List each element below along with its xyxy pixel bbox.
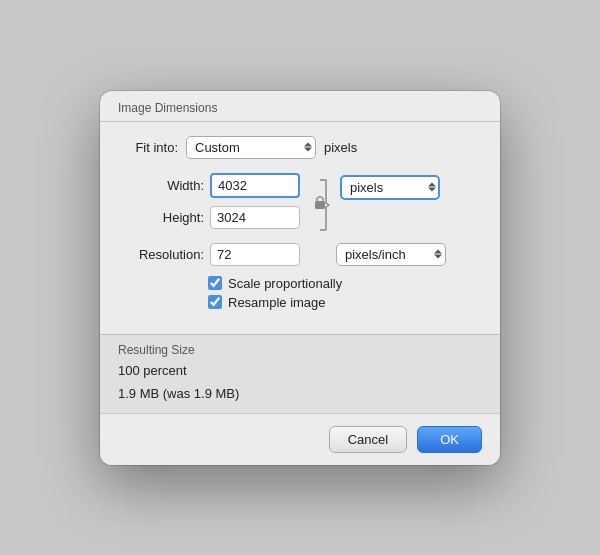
fit-into-label: Fit into: — [118, 140, 178, 155]
fit-into-select-wrapper: Custom 800x600 1024x768 1280x960 1600x12… — [186, 136, 316, 159]
top-section: Fit into: Custom 800x600 1024x768 1280x9… — [100, 122, 500, 334]
image-dimensions-dialog: Image Dimensions Fit into: Custom 800x60… — [100, 91, 500, 465]
checkboxes-area: Scale proportionally Resample image — [118, 276, 482, 324]
unit-select[interactable]: pixels inches cm mm percent — [340, 175, 440, 200]
resample-image-checkbox[interactable] — [208, 295, 222, 309]
ok-button[interactable]: OK — [417, 426, 482, 453]
resolution-label: Resolution: — [136, 247, 204, 262]
resulting-size-section: Resulting Size 100 percent 1.9 MB (was 1… — [100, 334, 500, 413]
wh-fields: Width: Height: — [136, 173, 300, 229]
link-bracket-svg — [310, 175, 330, 235]
result-size: 1.9 MB (was 1.9 MB) — [118, 386, 482, 401]
resolution-row: Resolution: pixels/inch pixels/cm — [118, 243, 482, 266]
resample-image-row: Resample image — [208, 295, 464, 310]
scale-proportionally-row: Scale proportionally — [208, 276, 464, 291]
resulting-size-header: Resulting Size — [118, 343, 482, 357]
svg-rect-0 — [315, 201, 325, 209]
dialog-title: Image Dimensions — [118, 101, 217, 115]
fit-into-unit-label: pixels — [324, 140, 357, 155]
height-input[interactable] — [210, 206, 300, 229]
height-row: Height: — [136, 206, 300, 229]
scale-proportionally-label: Scale proportionally — [228, 276, 342, 291]
section-header: Image Dimensions — [100, 91, 500, 121]
unit-select-wrapper: pixels inches cm mm percent — [340, 175, 440, 200]
cancel-button[interactable]: Cancel — [329, 426, 407, 453]
link-bracket — [310, 175, 330, 235]
fit-into-row: Fit into: Custom 800x600 1024x768 1280x9… — [118, 136, 482, 159]
resolution-unit-select[interactable]: pixels/inch pixels/cm — [336, 243, 446, 266]
result-percent: 100 percent — [118, 363, 482, 378]
resample-image-label: Resample image — [228, 295, 326, 310]
width-input[interactable] — [210, 173, 300, 198]
unit-select-col: pixels inches cm mm percent — [340, 175, 440, 200]
width-row: Width: — [136, 173, 300, 198]
resolution-input[interactable] — [210, 243, 300, 266]
scale-proportionally-checkbox[interactable] — [208, 276, 222, 290]
bottom-buttons: Cancel OK — [100, 413, 500, 465]
res-unit-wrapper: pixels/inch pixels/cm — [336, 243, 446, 266]
width-label: Width: — [136, 178, 204, 193]
wh-fields-area: Width: Height: — [118, 173, 482, 235]
height-label: Height: — [136, 210, 204, 225]
fit-into-select[interactable]: Custom 800x600 1024x768 1280x960 1600x12… — [186, 136, 316, 159]
